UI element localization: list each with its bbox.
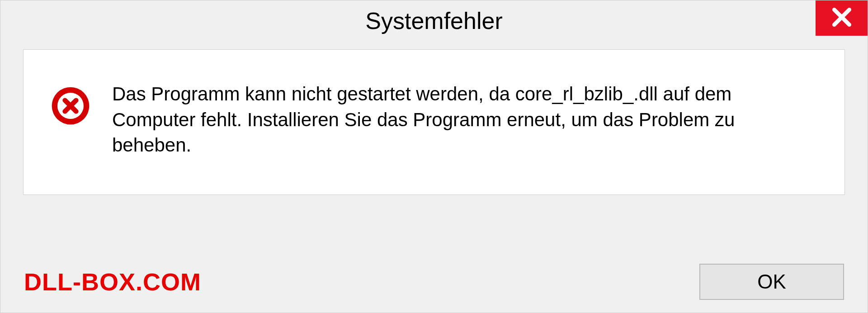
footer: DLL-BOX.COM OK <box>0 264 868 300</box>
content-panel: Das Programm kann nicht gestartet werden… <box>23 49 845 195</box>
error-message: Das Programm kann nicht gestartet werden… <box>112 81 817 158</box>
error-icon <box>51 86 90 126</box>
watermark-text: DLL-BOX.COM <box>24 268 201 296</box>
close-icon <box>830 6 853 30</box>
error-dialog: Systemfehler Das Programm kann nicht ges… <box>0 0 868 313</box>
titlebar: Systemfehler <box>0 0 868 41</box>
ok-button[interactable]: OK <box>699 264 844 300</box>
dialog-title: Systemfehler <box>365 7 502 34</box>
close-button[interactable] <box>816 0 868 36</box>
ok-button-label: OK <box>757 270 786 293</box>
